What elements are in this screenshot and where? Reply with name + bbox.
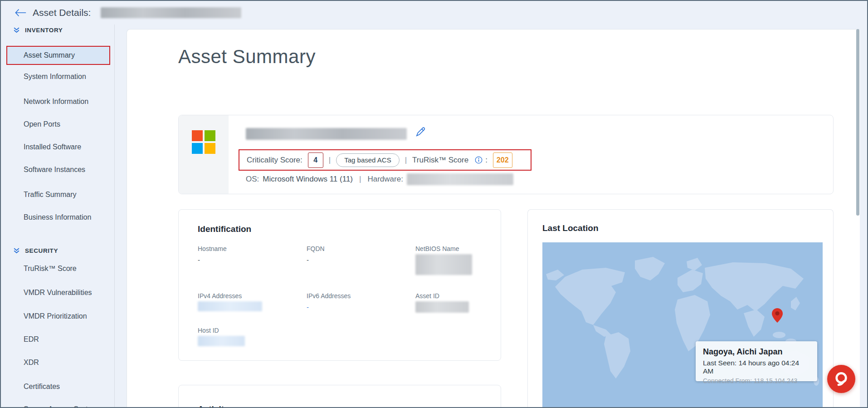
netbios-name-label: NetBIOS Name xyxy=(415,245,459,252)
edit-pencil-icon[interactable] xyxy=(414,126,426,140)
sidebar-item-system-information[interactable]: System Information xyxy=(1,65,114,88)
separator: | xyxy=(329,156,331,165)
sidebar-item-certificates[interactable]: Certificates xyxy=(1,375,114,398)
last-location-title: Last Location xyxy=(542,223,599,233)
top-header: Asset Details: xyxy=(1,1,867,25)
criticality-score-value: 4 xyxy=(308,152,323,168)
sidebar-section-security[interactable]: SECURITY xyxy=(1,243,114,258)
separator: | xyxy=(359,175,361,184)
location-pin-icon xyxy=(772,308,783,324)
criticality-score-label: Criticality Score: xyxy=(247,156,302,165)
sidebar-item-installed-software[interactable]: Installed Software xyxy=(1,135,114,159)
os-label: OS: xyxy=(246,175,259,184)
sidebar-item-software-instances[interactable]: Software Instances xyxy=(1,158,114,182)
os-hardware-line: OS: Microsoft Windows 11 (11) | Hardware… xyxy=(246,173,513,185)
ipv6-addresses-value: - xyxy=(307,303,309,311)
score-annotation-highlight: Criticality Score: 4 | Tag based ACS | T… xyxy=(239,149,532,171)
identification-title: Identification xyxy=(198,224,251,234)
location-name: Nagoya, Aichi Japan xyxy=(703,347,810,357)
location-tooltip: Nagoya, Aichi Japan Last Seen: 14 hours … xyxy=(696,341,817,381)
chevron-double-down-icon xyxy=(13,26,20,34)
sidebar-item-open-ports[interactable]: Open Ports xyxy=(1,113,114,136)
ipv6-addresses-label: IPv6 Addresses xyxy=(307,292,351,300)
sidebar-item-edr[interactable]: EDR xyxy=(1,328,114,351)
os-value: Microsoft Windows 11 (11) xyxy=(263,175,353,184)
trurisk-score-label: TruRisk™ Score xyxy=(412,156,468,165)
fqdn-label: FQDN xyxy=(307,245,325,252)
qualys-logo-button[interactable] xyxy=(827,365,855,393)
sidebar-item-label: Asset Summary xyxy=(7,51,75,59)
vertical-scrollbar-thumb[interactable] xyxy=(856,29,859,216)
microsoft-logo-icon xyxy=(192,130,215,154)
sidebar-item-vmdr-prioritization[interactable]: VMDR Prioritization xyxy=(1,305,114,328)
tag-based-acs-badge: Tag based ACS xyxy=(336,153,399,167)
last-location-card: Last Location xyxy=(527,209,834,408)
sidebar-divider xyxy=(114,25,115,407)
redacted-hardware-value xyxy=(407,173,513,185)
activity-card: Activity xyxy=(178,385,501,408)
sidebar-item-traffic-summary[interactable]: Traffic Summary xyxy=(1,183,114,206)
sidebar-item-asset-summary[interactable]: Asset Summary xyxy=(6,46,110,65)
sidebar-item-business-information[interactable]: Business Information xyxy=(1,206,114,229)
world-map[interactable]: Nagoya, Aichi Japan Last Seen: 14 hours … xyxy=(542,242,823,408)
trurisk-score-value: 202 xyxy=(493,152,512,168)
sidebar-item-xdr[interactable]: XDR xyxy=(1,351,114,374)
host-id-label: Host ID xyxy=(198,327,219,334)
sidebar-section-inventory[interactable]: INVENTORY xyxy=(1,23,114,37)
page-title: Asset Summary xyxy=(178,46,316,68)
info-icon[interactable] xyxy=(475,156,483,164)
page-header-title: Asset Details: xyxy=(33,7,91,18)
ipv4-addresses-label: IPv4 Addresses xyxy=(198,292,242,300)
sidebar-section-label: SECURITY xyxy=(25,247,58,254)
connected-from-text: Connected From: 118.15.104.243 xyxy=(703,377,810,384)
redacted-asset-name-header xyxy=(101,7,241,18)
asset-header-card: Criticality Score: 4 | Tag based ACS | T… xyxy=(178,115,834,194)
main-content-panel: Asset Summary Criticality Score: 4 | Tag… xyxy=(127,29,860,408)
redacted-host-id-value xyxy=(198,336,245,346)
vendor-strip xyxy=(179,115,229,194)
hostname-label: Hostname xyxy=(198,245,227,252)
qualys-q-icon xyxy=(833,370,850,388)
redacted-asset-name xyxy=(246,128,407,140)
identification-card: Identification Hostname - FQDN - NetBIOS… xyxy=(178,209,501,361)
hardware-label: Hardware: xyxy=(367,175,403,184)
hostname-value: - xyxy=(198,256,200,264)
sidebar: INVENTORY Asset Summary System Informati… xyxy=(1,25,114,407)
asset-details-window: { "header": { "title": "Asset Details:" … xyxy=(0,0,868,408)
last-seen-text: Last Seen: 14 hours ago 04:24 AM xyxy=(703,359,810,375)
sidebar-section-label: INVENTORY xyxy=(25,27,63,34)
asset-id-label: Asset ID xyxy=(415,292,439,300)
fqdn-value: - xyxy=(307,256,309,264)
back-arrow-icon[interactable] xyxy=(15,9,26,17)
activity-title: Activity xyxy=(198,404,229,408)
sidebar-item-network-information[interactable]: Network Information xyxy=(1,90,114,113)
chevron-double-down-icon xyxy=(13,247,20,255)
sidebar-item-vmdr-vulnerabilities[interactable]: VMDR Vulnerabilities xyxy=(1,281,114,305)
sidebar-item-trurisk-score[interactable]: TruRisk™ Score xyxy=(1,257,114,280)
redacted-netbios-value xyxy=(415,254,472,275)
sidebar-item-partial-bottom[interactable]: Secure Access Syst xyxy=(1,398,114,408)
redacted-ipv4-value xyxy=(198,301,262,311)
redacted-asset-id-value xyxy=(415,301,469,313)
colon: : xyxy=(485,156,488,165)
separator: | xyxy=(405,156,407,165)
